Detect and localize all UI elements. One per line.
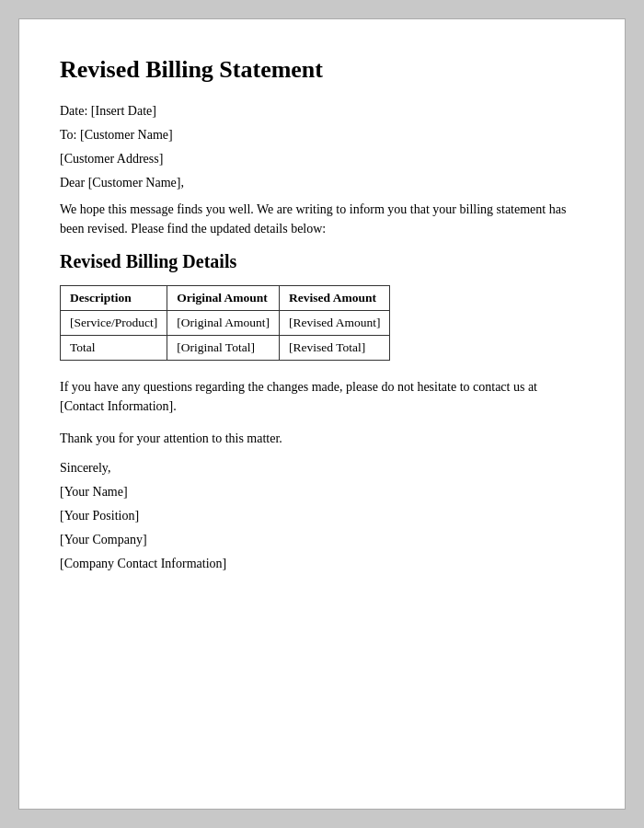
your-position: [Your Position] bbox=[60, 509, 584, 523]
table-cell-0-1: [Original Amount] bbox=[167, 311, 280, 336]
company-contact: [Company Contact Information] bbox=[60, 557, 584, 571]
document-title: Revised Billing Statement bbox=[60, 56, 584, 84]
document-container: Revised Billing Statement Date: [Insert … bbox=[18, 18, 626, 810]
date-field: Date: [Insert Date] bbox=[60, 104, 584, 119]
section-title: Revised Billing Details bbox=[60, 251, 584, 272]
table-header-row: Description Original Amount Revised Amou… bbox=[61, 286, 390, 311]
signature-block: Sincerely, [Your Name] [Your Position] [… bbox=[60, 461, 584, 571]
table-cell-1-0: Total bbox=[61, 336, 167, 361]
col-header-original: Original Amount bbox=[167, 286, 280, 311]
dear-field: Dear [Customer Name], bbox=[60, 176, 584, 190]
table-row: Total[Original Total][Revised Total] bbox=[61, 336, 390, 361]
sincerely-label: Sincerely, bbox=[60, 461, 584, 476]
to-field: To: [Customer Name] bbox=[60, 128, 584, 143]
contact-paragraph: If you have any questions regarding the … bbox=[60, 377, 584, 416]
col-header-description: Description bbox=[61, 286, 167, 311]
table-cell-1-1: [Original Total] bbox=[167, 336, 280, 361]
table-cell-0-0: [Service/Product] bbox=[61, 311, 167, 336]
col-header-revised: Revised Amount bbox=[280, 286, 390, 311]
your-company: [Your Company] bbox=[60, 533, 584, 547]
your-name: [Your Name] bbox=[60, 485, 584, 500]
intro-paragraph: We hope this message finds you well. We … bbox=[60, 200, 584, 238]
billing-table: Description Original Amount Revised Amou… bbox=[60, 285, 390, 361]
thank-you-text: Thank you for your attention to this mat… bbox=[60, 429, 584, 448]
table-cell-0-2: [Revised Amount] bbox=[280, 311, 390, 336]
table-cell-1-2: [Revised Total] bbox=[280, 336, 390, 361]
address-field: [Customer Address] bbox=[60, 152, 584, 167]
table-row: [Service/Product][Original Amount][Revis… bbox=[61, 311, 390, 336]
